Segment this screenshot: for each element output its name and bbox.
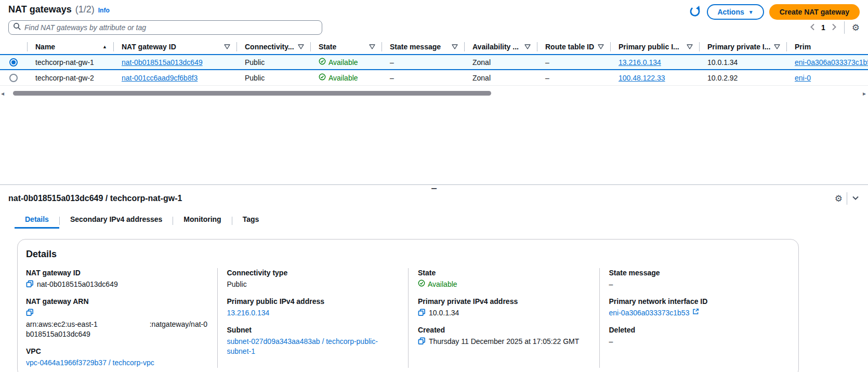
table-preferences-button[interactable]: ⚙ [852,23,860,32]
next-page-button[interactable] [832,23,837,32]
table-row[interactable]: techcorp-nat-gw-1 nat-0b018515a013dc649 … [0,54,868,70]
public-ip-link[interactable]: 100.48.122.33 [619,74,665,82]
select-all-column [0,39,27,54]
tab-secondary-ipv4-addresses[interactable]: Secondary IPv4 addresses [60,213,173,229]
tab-tags[interactable]: Tags [232,213,270,229]
refresh-button[interactable] [688,5,702,20]
column-header-state-message[interactable]: State message [382,39,464,54]
tab-details[interactable]: Details [15,213,59,229]
filter-icon[interactable] [524,43,531,51]
create-label: Create NAT gateway [780,8,849,16]
network-interface-link[interactable]: eni-0 [795,74,811,82]
info-link[interactable]: Info [98,7,110,14]
copy-icon[interactable] [26,280,34,288]
external-link-icon[interactable] [692,308,699,315]
public-ip-link[interactable]: 13.216.0.134 [227,308,270,318]
status-text: Available [328,58,358,67]
cell-availability: Zonal [464,74,537,82]
row-radio-selected[interactable] [9,58,18,67]
field-value: arn:aws:ec2:us-east-1:natgateway/nat-0b0… [26,320,210,339]
status-text: Available [328,74,358,82]
table-header-row: Name ▲ NAT gateway ID Connectivity... St… [0,39,868,54]
row-radio-unselected[interactable] [9,74,18,82]
field-value: – [609,337,613,347]
network-interface-link[interactable]: eni-0a306a033373c1b53 [795,58,868,67]
field-label: Primary public IPv4 address [227,297,401,307]
field-label: NAT gateway ID [26,268,210,278]
column-header-name[interactable]: Name ▲ [27,39,113,54]
subnet-link[interactable]: subnet-027d09a343aa483ab / techcorp-publ… [227,337,401,356]
copy-icon[interactable] [418,337,426,345]
caret-down-icon: ▼ [748,9,754,15]
search-input[interactable] [24,23,318,32]
cell-connectivity: Public [236,74,310,82]
empty-space [0,97,868,184]
column-header-nat-gateway-id[interactable]: NAT gateway ID [113,39,236,54]
chevron-right-icon [832,23,837,32]
filter-icon[interactable] [598,43,604,51]
vpc-link[interactable]: vpc-0464a1966f3729b37 / techcorp-vpc [26,358,154,368]
page-number[interactable]: 1 [818,23,828,32]
copy-icon[interactable] [418,309,426,316]
create-nat-gateway-button[interactable]: Create NAT gateway [769,4,860,20]
check-circle-icon [319,73,326,82]
cell-private-ip: 10.0.2.92 [699,74,786,82]
filter-icon[interactable] [369,43,375,51]
actions-button[interactable]: Actions ▼ [707,4,764,20]
field-value: 10.0.1.34 [429,308,459,318]
filter-icon[interactable] [224,43,230,51]
field-label: Subnet [227,325,401,335]
panel-preferences-button[interactable]: ⚙ [835,194,843,203]
scroll-left-icon[interactable]: ◂ [1,90,4,97]
cell-connectivity: Public [236,58,310,67]
cell-state-message: – [382,74,464,82]
chevron-left-icon [810,23,815,32]
sort-ascending-icon[interactable]: ▲ [102,44,107,49]
column-label: NAT gateway ID [122,43,176,51]
column-label: Prim [795,43,811,51]
table-horizontal-scrollbar[interactable]: ◂ ▸ [0,90,868,97]
cell-name: techcorp-nat-gw-2 [27,74,113,82]
scrollbar-thumb[interactable] [13,91,491,96]
filter-icon[interactable] [774,43,780,51]
column-header-availability[interactable]: Availability ... [464,39,537,54]
collapse-panel-button[interactable] [851,194,860,204]
field-label: Created [418,325,592,335]
cell-route-table: – [537,74,610,82]
column-label: State [319,43,336,51]
nat-gateway-id-link[interactable]: nat-0b018515a013dc649 [122,58,203,67]
column-header-connectivity[interactable]: Connectivity... [236,39,310,54]
copy-icon[interactable] [26,309,34,316]
divider [847,192,847,205]
search-box[interactable] [8,20,322,35]
field-label: Primary private IPv4 address [418,297,592,307]
status-badge: Available [319,73,358,82]
filter-icon[interactable] [687,43,693,51]
filter-icon[interactable] [298,43,304,51]
column-header-primary-network-interface[interactable]: Prim [786,39,868,54]
field-label: VPC [26,347,210,356]
status-text: Available [428,280,457,289]
column-header-primary-private-ip[interactable]: Primary private I... [699,39,786,54]
column-header-route-table-id[interactable]: Route table ID [537,39,610,54]
gear-icon: ⚙ [852,23,860,32]
cell-private-ip: 10.0.1.34 [699,58,786,67]
previous-page-button[interactable] [810,23,815,32]
column-header-primary-public-ip[interactable]: Primary public I... [610,39,699,54]
details-card: Details NAT gateway ID nat-0b018515a013d… [17,239,799,372]
column-label: Primary public I... [619,43,679,51]
split-panel-drag-handle[interactable]: – [431,185,437,191]
network-interface-link[interactable]: eni-0a306a033373c1b53 [609,308,690,318]
column-label: Name [35,43,55,51]
cell-state-message: – [382,58,464,67]
filter-icon[interactable] [452,43,458,51]
table-row[interactable]: techcorp-nat-gw-2 nat-001cc6aad9cf6b8f3 … [0,70,868,86]
column-header-state[interactable]: State [310,39,382,54]
field-label: NAT gateway ARN [26,297,210,307]
detail-tabs: Details Secondary IPv4 addresses Monitor… [0,213,868,229]
public-ip-link[interactable]: 13.216.0.134 [619,58,661,67]
nat-gateway-id-link[interactable]: nat-001cc6aad9cf6b8f3 [122,74,198,82]
scroll-right-icon[interactable]: ▸ [863,90,866,97]
tab-monitoring[interactable]: Monitoring [173,213,231,229]
field-value: – [609,280,613,289]
